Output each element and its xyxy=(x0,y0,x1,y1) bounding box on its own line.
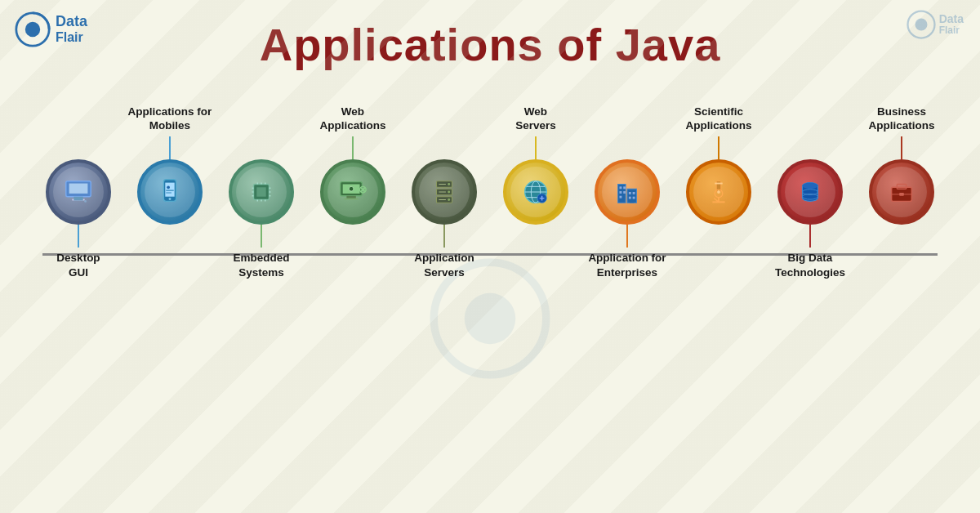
node-5-label-top: WebServers xyxy=(515,94,556,136)
svg-rect-58 xyxy=(633,192,635,194)
svg-point-33 xyxy=(349,186,354,191)
node-8-label-bottom: Big DataTechnologies xyxy=(775,248,845,290)
svg-point-39 xyxy=(448,191,450,194)
node-scientific-apps: ScientificApplications xyxy=(674,94,764,290)
watermark-top-right: Data Flair xyxy=(906,10,964,39)
svg-point-40 xyxy=(448,199,450,201)
node-4-label-bottom: ApplicationServers xyxy=(414,248,474,290)
node-7-line-top xyxy=(718,136,719,159)
svg-rect-55 xyxy=(623,191,626,194)
svg-rect-9 xyxy=(74,197,82,201)
node-9-label-top: BusinessApplications xyxy=(868,94,934,136)
node-3-label-top: WebApplications xyxy=(319,94,385,136)
node-6-line-bottom xyxy=(626,225,628,248)
node-5-circle xyxy=(503,159,568,225)
node-2-circle xyxy=(229,159,294,225)
node-1-line-top xyxy=(169,136,171,159)
node-application-servers: ApplicationServers xyxy=(399,94,489,290)
node-4-circle xyxy=(412,159,477,225)
node-9-line-top xyxy=(901,136,902,159)
node-enterprise-apps: Application forEnterprises xyxy=(582,94,672,290)
svg-rect-12 xyxy=(165,183,174,197)
node-0-label-bottom: DesktopGUI xyxy=(56,248,100,290)
svg-rect-56 xyxy=(620,196,622,199)
node-6-circle xyxy=(595,159,660,225)
node-1-label-top: Applications forMobiles xyxy=(128,94,212,136)
node-6-label-bottom: Application forEnterprises xyxy=(588,248,666,290)
node-mobile-apps: Applications forMobiles xyxy=(125,94,215,290)
svg-point-14 xyxy=(167,185,170,189)
svg-point-68 xyxy=(717,190,720,194)
node-8-line-bottom xyxy=(809,225,811,248)
svg-rect-60 xyxy=(633,197,635,199)
svg-rect-53 xyxy=(623,186,626,189)
node-7-circle xyxy=(686,159,751,225)
svg-point-10 xyxy=(84,200,87,203)
node-desktop-gui: DesktopGUI xyxy=(33,94,123,290)
svg-rect-52 xyxy=(620,186,622,189)
node-web-applications: WebApplications xyxy=(308,94,398,290)
node-0-line-bottom xyxy=(78,225,79,248)
node-3-line-top xyxy=(352,136,354,159)
logo-data: Data xyxy=(56,14,87,30)
nodes-container: DesktopGUI Applications forMobiles xyxy=(0,94,980,513)
svg-rect-57 xyxy=(629,192,631,194)
svg-rect-59 xyxy=(629,197,631,199)
svg-point-72 xyxy=(803,183,818,190)
timeline-area: DesktopGUI Applications forMobiles xyxy=(0,94,980,513)
main-title: Applications of Java xyxy=(260,18,721,71)
svg-rect-63 xyxy=(715,183,723,185)
svg-rect-16 xyxy=(256,187,265,196)
node-7-label-top: ScientificApplications xyxy=(685,94,751,136)
svg-rect-7 xyxy=(69,184,88,194)
node-embedded-systems: EmbeddedSystems xyxy=(216,94,306,290)
dataflair-logo: Data Flair xyxy=(15,11,87,47)
svg-point-1 xyxy=(25,22,40,37)
logo-text: Data Flair xyxy=(56,14,87,44)
node-2-line-bottom xyxy=(261,225,262,248)
svg-point-38 xyxy=(448,183,450,185)
logo-flair: Flair xyxy=(56,30,87,45)
svg-rect-61 xyxy=(630,200,635,203)
node-0-circle xyxy=(46,159,111,225)
main-container: Data Flair Data Flair Applications of Ja… xyxy=(0,0,980,513)
node-web-servers: WebServers xyxy=(491,94,581,290)
node-5-line-top xyxy=(535,136,537,159)
svg-rect-54 xyxy=(620,191,622,194)
node-1-circle xyxy=(137,159,203,225)
node-4-line-bottom xyxy=(443,225,445,248)
svg-point-13 xyxy=(169,198,172,200)
node-8-circle xyxy=(777,159,843,225)
svg-rect-76 xyxy=(899,193,904,196)
node-3-circle xyxy=(320,159,385,225)
node-9-circle xyxy=(869,159,934,225)
node-bigdata: Big DataTechnologies xyxy=(765,94,855,290)
node-business-apps: BusinessApplications xyxy=(857,94,947,290)
node-2-label-bottom: EmbeddedSystems xyxy=(233,248,289,290)
svg-point-3 xyxy=(915,19,927,31)
